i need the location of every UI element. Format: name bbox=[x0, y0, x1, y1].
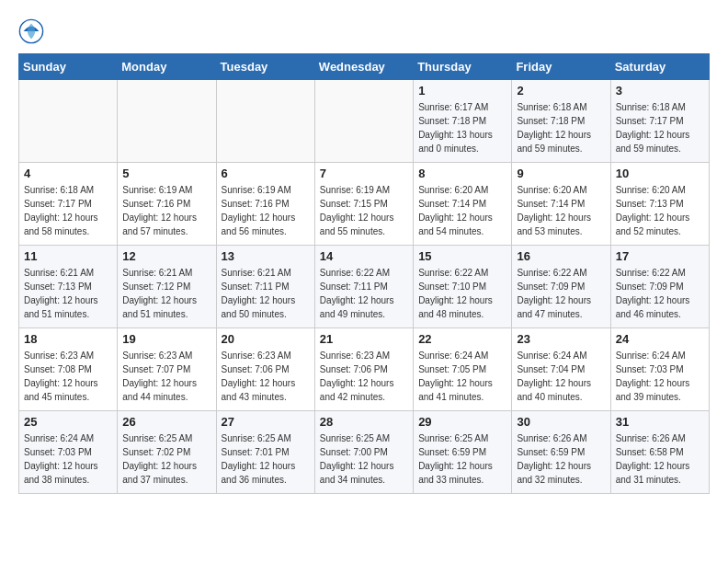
day-info: Sunrise: 6:19 AMSunset: 7:15 PMDaylight:… bbox=[320, 183, 408, 238]
day-number: 15 bbox=[418, 249, 506, 263]
calendar-cell: 3Sunrise: 6:18 AMSunset: 7:17 PMDaylight… bbox=[610, 80, 709, 163]
day-info: Sunrise: 6:23 AMSunset: 7:06 PMDaylight:… bbox=[222, 349, 310, 404]
day-info: Sunrise: 6:19 AMSunset: 7:16 PMDaylight:… bbox=[222, 183, 310, 238]
calendar-cell: 4Sunrise: 6:18 AMSunset: 7:17 PMDaylight… bbox=[19, 163, 118, 246]
day-info: Sunrise: 6:25 AMSunset: 7:02 PMDaylight:… bbox=[122, 431, 210, 487]
day-number: 8 bbox=[418, 167, 506, 180]
day-info: Sunrise: 6:20 AMSunset: 7:14 PMDaylight:… bbox=[517, 183, 605, 238]
calendar-cell: 9Sunrise: 6:20 AMSunset: 7:14 PMDaylight… bbox=[512, 163, 610, 246]
calendar-cell: 17Sunrise: 6:22 AMSunset: 7:09 PMDayligh… bbox=[610, 246, 709, 328]
calendar-cell: 30Sunrise: 6:26 AMSunset: 6:59 PMDayligh… bbox=[512, 411, 610, 494]
calendar-cell: 20Sunrise: 6:23 AMSunset: 7:06 PMDayligh… bbox=[216, 328, 314, 411]
day-number: 12 bbox=[122, 249, 210, 263]
day-info: Sunrise: 6:26 AMSunset: 6:58 PMDaylight:… bbox=[616, 431, 704, 487]
day-info: Sunrise: 6:24 AMSunset: 7:04 PMDaylight:… bbox=[517, 349, 605, 404]
day-number: 21 bbox=[320, 332, 408, 346]
day-info: Sunrise: 6:22 AMSunset: 7:09 PMDaylight:… bbox=[616, 266, 704, 321]
day-number: 24 bbox=[616, 332, 704, 346]
day-info: Sunrise: 6:19 AMSunset: 7:16 PMDaylight:… bbox=[122, 183, 210, 238]
calendar-cell: 24Sunrise: 6:24 AMSunset: 7:03 PMDayligh… bbox=[610, 328, 709, 411]
calendar-cell: 10Sunrise: 6:20 AMSunset: 7:13 PMDayligh… bbox=[610, 163, 709, 246]
calendar-cell bbox=[314, 80, 413, 163]
day-number: 19 bbox=[122, 332, 210, 346]
day-number: 16 bbox=[517, 249, 605, 263]
day-number: 5 bbox=[122, 167, 210, 180]
calendar-cell bbox=[118, 80, 216, 163]
calendar-table: SundayMondayTuesdayWednesdayThursdayFrid… bbox=[18, 53, 710, 494]
day-number: 18 bbox=[24, 332, 112, 346]
day-number: 17 bbox=[616, 249, 704, 263]
logo bbox=[18, 18, 48, 44]
day-header-monday: Monday bbox=[118, 54, 216, 80]
day-info: Sunrise: 6:25 AMSunset: 7:01 PMDaylight:… bbox=[222, 431, 310, 487]
day-info: Sunrise: 6:25 AMSunset: 7:00 PMDaylight:… bbox=[320, 431, 408, 487]
day-info: Sunrise: 6:24 AMSunset: 7:03 PMDaylight:… bbox=[24, 431, 112, 487]
page-header bbox=[18, 18, 710, 44]
day-number: 7 bbox=[320, 167, 408, 180]
day-header-tuesday: Tuesday bbox=[216, 54, 314, 80]
logo-icon bbox=[18, 18, 44, 44]
calendar-cell: 13Sunrise: 6:21 AMSunset: 7:11 PMDayligh… bbox=[216, 246, 314, 328]
day-number: 13 bbox=[222, 249, 310, 263]
day-info: Sunrise: 6:21 AMSunset: 7:13 PMDaylight:… bbox=[24, 266, 112, 321]
calendar-cell: 8Sunrise: 6:20 AMSunset: 7:14 PMDaylight… bbox=[414, 163, 512, 246]
calendar-cell: 14Sunrise: 6:22 AMSunset: 7:11 PMDayligh… bbox=[314, 246, 413, 328]
day-info: Sunrise: 6:18 AMSunset: 7:17 PMDaylight:… bbox=[616, 100, 704, 155]
calendar-cell: 23Sunrise: 6:24 AMSunset: 7:04 PMDayligh… bbox=[512, 328, 610, 411]
day-number: 29 bbox=[418, 415, 506, 429]
calendar-cell: 26Sunrise: 6:25 AMSunset: 7:02 PMDayligh… bbox=[118, 411, 216, 494]
day-header-thursday: Thursday bbox=[414, 54, 512, 80]
day-info: Sunrise: 6:25 AMSunset: 6:59 PMDaylight:… bbox=[418, 431, 506, 487]
day-info: Sunrise: 6:22 AMSunset: 7:09 PMDaylight:… bbox=[517, 266, 605, 321]
day-header-friday: Friday bbox=[512, 54, 610, 80]
calendar-cell: 16Sunrise: 6:22 AMSunset: 7:09 PMDayligh… bbox=[512, 246, 610, 328]
calendar-header-row: SundayMondayTuesdayWednesdayThursdayFrid… bbox=[19, 54, 710, 80]
day-info: Sunrise: 6:21 AMSunset: 7:12 PMDaylight:… bbox=[122, 266, 210, 321]
day-info: Sunrise: 6:20 AMSunset: 7:14 PMDaylight:… bbox=[418, 183, 506, 238]
day-number: 27 bbox=[222, 415, 310, 429]
day-number: 9 bbox=[517, 167, 605, 180]
calendar-cell: 25Sunrise: 6:24 AMSunset: 7:03 PMDayligh… bbox=[19, 411, 118, 494]
calendar-cell: 29Sunrise: 6:25 AMSunset: 6:59 PMDayligh… bbox=[414, 411, 512, 494]
calendar-cell bbox=[216, 80, 314, 163]
day-number: 11 bbox=[24, 249, 112, 263]
day-number: 4 bbox=[24, 167, 112, 180]
calendar-cell: 1Sunrise: 6:17 AMSunset: 7:18 PMDaylight… bbox=[414, 80, 512, 163]
day-number: 1 bbox=[418, 84, 506, 98]
day-number: 22 bbox=[418, 332, 506, 346]
day-info: Sunrise: 6:18 AMSunset: 7:17 PMDaylight:… bbox=[24, 183, 112, 238]
calendar-week-row: 25Sunrise: 6:24 AMSunset: 7:03 PMDayligh… bbox=[19, 411, 710, 494]
calendar-cell: 6Sunrise: 6:19 AMSunset: 7:16 PMDaylight… bbox=[216, 163, 314, 246]
day-number: 10 bbox=[616, 167, 704, 180]
calendar-week-row: 4Sunrise: 6:18 AMSunset: 7:17 PMDaylight… bbox=[19, 163, 710, 246]
day-number: 2 bbox=[517, 84, 605, 98]
calendar-cell: 12Sunrise: 6:21 AMSunset: 7:12 PMDayligh… bbox=[118, 246, 216, 328]
calendar-cell: 22Sunrise: 6:24 AMSunset: 7:05 PMDayligh… bbox=[414, 328, 512, 411]
day-info: Sunrise: 6:20 AMSunset: 7:13 PMDaylight:… bbox=[616, 183, 704, 238]
day-number: 26 bbox=[122, 415, 210, 429]
day-number: 25 bbox=[24, 415, 112, 429]
calendar-cell: 28Sunrise: 6:25 AMSunset: 7:00 PMDayligh… bbox=[314, 411, 413, 494]
calendar-week-row: 18Sunrise: 6:23 AMSunset: 7:08 PMDayligh… bbox=[19, 328, 710, 411]
day-number: 3 bbox=[616, 84, 704, 98]
calendar-cell: 11Sunrise: 6:21 AMSunset: 7:13 PMDayligh… bbox=[19, 246, 118, 328]
day-info: Sunrise: 6:24 AMSunset: 7:03 PMDaylight:… bbox=[616, 349, 704, 404]
day-number: 20 bbox=[222, 332, 310, 346]
day-header-sunday: Sunday bbox=[19, 54, 118, 80]
day-info: Sunrise: 6:26 AMSunset: 6:59 PMDaylight:… bbox=[517, 431, 605, 487]
day-info: Sunrise: 6:18 AMSunset: 7:18 PMDaylight:… bbox=[517, 100, 605, 155]
calendar-cell: 15Sunrise: 6:22 AMSunset: 7:10 PMDayligh… bbox=[414, 246, 512, 328]
day-info: Sunrise: 6:23 AMSunset: 7:06 PMDaylight:… bbox=[320, 349, 408, 404]
calendar-cell: 7Sunrise: 6:19 AMSunset: 7:15 PMDaylight… bbox=[314, 163, 413, 246]
day-info: Sunrise: 6:22 AMSunset: 7:11 PMDaylight:… bbox=[320, 266, 408, 321]
calendar-week-row: 1Sunrise: 6:17 AMSunset: 7:18 PMDaylight… bbox=[19, 80, 710, 163]
calendar-week-row: 11Sunrise: 6:21 AMSunset: 7:13 PMDayligh… bbox=[19, 246, 710, 328]
day-number: 31 bbox=[616, 415, 704, 429]
calendar-cell bbox=[19, 80, 118, 163]
day-number: 14 bbox=[320, 249, 408, 263]
calendar-cell: 27Sunrise: 6:25 AMSunset: 7:01 PMDayligh… bbox=[216, 411, 314, 494]
day-number: 23 bbox=[517, 332, 605, 346]
calendar-cell: 18Sunrise: 6:23 AMSunset: 7:08 PMDayligh… bbox=[19, 328, 118, 411]
calendar-cell: 21Sunrise: 6:23 AMSunset: 7:06 PMDayligh… bbox=[314, 328, 413, 411]
day-info: Sunrise: 6:21 AMSunset: 7:11 PMDaylight:… bbox=[222, 266, 310, 321]
